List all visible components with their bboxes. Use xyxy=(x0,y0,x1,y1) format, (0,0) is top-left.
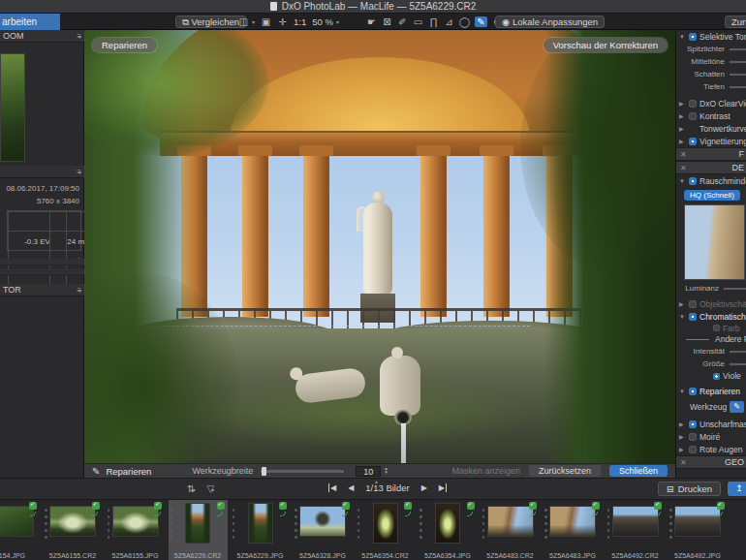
enable-toggle[interactable] xyxy=(689,420,697,428)
enable-toggle[interactable] xyxy=(689,313,697,321)
rating-dots[interactable] xyxy=(357,509,360,539)
disclosure-closed-icon[interactable]: ▶ xyxy=(679,433,686,440)
enable-toggle[interactable] xyxy=(689,138,697,145)
tool-width-slider[interactable] xyxy=(261,470,344,473)
rating-dots[interactable] xyxy=(607,509,610,539)
rating-dots[interactable] xyxy=(108,509,110,539)
disclosure-open-icon[interactable]: ▼ xyxy=(679,389,686,394)
violett-checkbox[interactable]: Viole xyxy=(676,370,746,382)
slider-track[interactable] xyxy=(730,61,746,63)
corrections-preview-button[interactable]: Vorschau der Korrekturen xyxy=(544,38,668,52)
tool-reparieren[interactable]: ▼ Reparieren xyxy=(676,385,746,398)
thumbnail-image[interactable] xyxy=(674,506,721,537)
filmstrip-item[interactable]: 5Z5A6483.JPG xyxy=(544,500,603,560)
repair-brush-button[interactable]: ✎ xyxy=(730,401,744,413)
first-image-button[interactable]: ◀ xyxy=(328,483,336,492)
thumbnail-image[interactable] xyxy=(549,506,596,537)
thumbnail-image[interactable] xyxy=(248,503,273,544)
reset-button[interactable]: Zurücksetzen xyxy=(529,465,601,477)
checkbox[interactable] xyxy=(713,325,720,331)
close-button[interactable]: Schließen xyxy=(609,465,668,477)
rating-dots[interactable] xyxy=(295,509,297,539)
export-button[interactable]: ↥ xyxy=(728,482,746,496)
polyline-tool-icon[interactable]: ∏ xyxy=(428,16,439,27)
rating-dots[interactable] xyxy=(233,509,235,539)
thumbnail-image[interactable] xyxy=(185,503,210,544)
tool-objektivschaerfe[interactable]: ▶ Objektivschärfe xyxy=(676,297,746,310)
photo-canvas[interactable]: Reparieren Vorschau der Korrekturen xyxy=(84,30,675,463)
filmstrip-item[interactable]: 5Z5A6328.JPG xyxy=(294,500,353,560)
intensitaet-slider[interactable]: Intensität xyxy=(676,345,746,358)
filmstrip-item[interactable]: 5Z5A6354.CR2 xyxy=(356,500,415,560)
filmstrip-item[interactable]: 5Z5A6354.JPG xyxy=(419,500,478,560)
tool-rauschminderung[interactable]: ▼ Rauschminderung xyxy=(676,174,746,187)
tool-width-value[interactable]: 10 xyxy=(356,466,381,477)
enable-toggle[interactable] xyxy=(689,446,697,453)
thumbnail-image[interactable] xyxy=(49,506,96,537)
tool-selective-tones[interactable]: ▼ Selektive Tonwer xyxy=(676,30,746,43)
clipped-right-button[interactable]: Zurü xyxy=(725,16,746,28)
chevron-down-icon[interactable]: ▾ xyxy=(336,18,339,25)
slider-row[interactable]: Mitteltöne xyxy=(676,55,746,68)
sort-menu[interactable]: ⇅▾ xyxy=(187,483,195,494)
slider-thumb[interactable] xyxy=(262,467,266,476)
thumbnail-image[interactable] xyxy=(487,506,534,537)
disclosure-open-icon[interactable]: ▼ xyxy=(679,314,686,320)
enable-toggle[interactable] xyxy=(689,112,697,120)
step-down-icon[interactable]: ▼ xyxy=(384,471,388,475)
slider-row[interactable]: Schatten xyxy=(676,68,746,80)
disclosure-closed-icon[interactable]: ▶ xyxy=(679,125,686,132)
thumbnail-image[interactable] xyxy=(373,503,398,544)
palette-header-farbe[interactable]: ✕ F xyxy=(676,147,746,161)
disclosure-closed-icon[interactable]: ▶ xyxy=(679,112,686,119)
slider-track[interactable] xyxy=(730,363,746,365)
last-image-button[interactable]: ▶ xyxy=(439,483,447,492)
thumbnail-image[interactable] xyxy=(612,506,659,537)
enable-toggle[interactable] xyxy=(689,100,697,108)
tool-rote-augen[interactable]: ▶ Rote Augen xyxy=(676,443,746,455)
disclosure-closed-icon[interactable]: ▶ xyxy=(679,420,686,427)
slider-track[interactable] xyxy=(730,86,746,88)
filter-menu[interactable]: ▽▾ xyxy=(206,483,214,494)
local-adjustments-button[interactable]: ◉ Lokale Anpassungen xyxy=(495,16,605,28)
print-button[interactable]: ⊟ Drucken xyxy=(658,482,721,496)
slider-track[interactable] xyxy=(730,351,746,353)
filmstrip-item[interactable]: 5Z5A6155.CR2 xyxy=(44,500,103,560)
split-view-icon[interactable]: ◫ xyxy=(238,16,249,27)
slider-track[interactable] xyxy=(724,288,746,290)
tool-chromatische-aberration[interactable]: ▼ Chromatische Ab xyxy=(676,310,746,323)
enable-toggle[interactable] xyxy=(689,300,697,308)
close-icon[interactable]: ✕ xyxy=(680,150,687,159)
rating-dots[interactable] xyxy=(669,509,672,539)
filmstrip-item[interactable]: 5Z5A6229.CR2 xyxy=(169,500,228,560)
tab-bearbeiten[interactable]: arbeiten xyxy=(0,14,60,30)
show-masks-label[interactable]: Masken anzeigen xyxy=(451,466,520,476)
slider-row[interactable]: Tiefen xyxy=(676,80,746,93)
horizon-tool-icon[interactable]: ▭ xyxy=(413,16,423,27)
rating-dots[interactable] xyxy=(544,509,547,539)
hand-tool-icon[interactable]: ☛ xyxy=(366,16,377,27)
crop-tool-icon[interactable]: ⊠ xyxy=(382,16,392,27)
polygon-tool-icon[interactable]: ⊿ xyxy=(444,16,454,27)
info-panel-header[interactable]: ≡▾ xyxy=(0,166,84,178)
groesse-slider[interactable]: Größe xyxy=(676,358,746,370)
enable-toggle[interactable] xyxy=(689,388,697,395)
filmstrip-item[interactable]: 5Z5A6155.JPG xyxy=(106,500,165,560)
slider-track[interactable] xyxy=(730,48,746,50)
close-icon[interactable]: ✕ xyxy=(680,164,687,172)
tool-kontrast[interactable]: ▶ Kontrast xyxy=(676,109,746,122)
thumbnail-image[interactable] xyxy=(0,506,34,537)
rating-dots[interactable] xyxy=(170,509,172,539)
pen-tool-icon[interactable]: ✐ xyxy=(397,16,408,27)
tool-moire[interactable]: ▶ Moiré xyxy=(676,430,746,443)
chevron-down-icon[interactable]: ▾ xyxy=(252,18,255,25)
zoom-1to1-button[interactable]: 1:1 xyxy=(294,16,306,27)
thumbnail-image[interactable] xyxy=(299,506,346,537)
fit-screen-icon[interactable]: ▣ xyxy=(261,16,271,27)
repair-tool-icon[interactable]: ✎ xyxy=(475,16,486,27)
close-icon[interactable]: ✕ xyxy=(680,458,687,467)
slider-track[interactable] xyxy=(730,74,746,76)
thumbnail-image[interactable] xyxy=(112,506,159,537)
disclosure-closed-icon[interactable]: ▶ xyxy=(679,300,686,307)
disclosure-open-icon[interactable]: ▼ xyxy=(679,34,686,40)
